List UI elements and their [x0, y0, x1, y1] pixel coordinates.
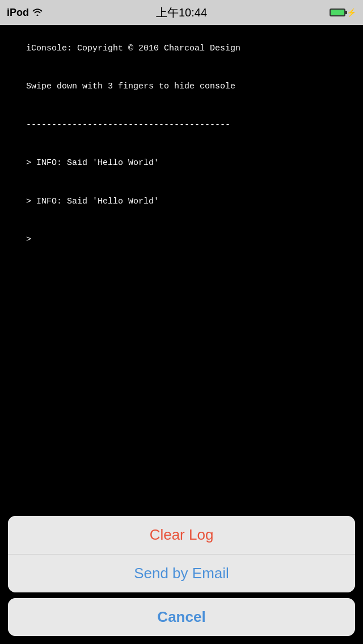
device-label: iPod	[7, 7, 29, 19]
console-log-2: > INFO: Said 'Hello World'	[26, 197, 159, 206]
battery-icon	[330, 9, 345, 16]
action-sheet-group: Clear Log Send by Email	[8, 516, 355, 592]
status-left: iPod	[7, 7, 43, 19]
action-sheet-cancel-group: Cancel	[8, 598, 355, 636]
send-email-button[interactable]: Send by Email	[8, 554, 355, 592]
status-bar: iPod 上午10:44 ⚡	[0, 0, 363, 25]
console-output: iConsole: Copyright © 2010 Charcoal Desi…	[6, 29, 357, 259]
cancel-button[interactable]: Cancel	[8, 598, 355, 636]
action-sheet: Clear Log Send by Email Cancel	[0, 516, 363, 644]
wifi-icon	[32, 7, 43, 19]
console-log-1: > INFO: Said 'Hello World'	[26, 158, 159, 168]
status-right: ⚡	[330, 8, 356, 17]
clear-log-button[interactable]: Clear Log	[8, 516, 355, 554]
console-prompt: >	[26, 235, 31, 244]
console-separator: ----------------------------------------	[26, 120, 230, 130]
status-time: 上午10:44	[156, 5, 207, 20]
console-line-copyright: iConsole: Copyright © 2010 Charcoal Desi…	[26, 44, 240, 53]
battery-indicator: ⚡	[330, 8, 356, 17]
console-line-swipe: Swipe down with 3 fingers to hide consol…	[26, 82, 235, 91]
console-area: iConsole: Copyright © 2010 Charcoal Desi…	[0, 25, 363, 476]
battery-bolt-icon: ⚡	[347, 8, 356, 17]
